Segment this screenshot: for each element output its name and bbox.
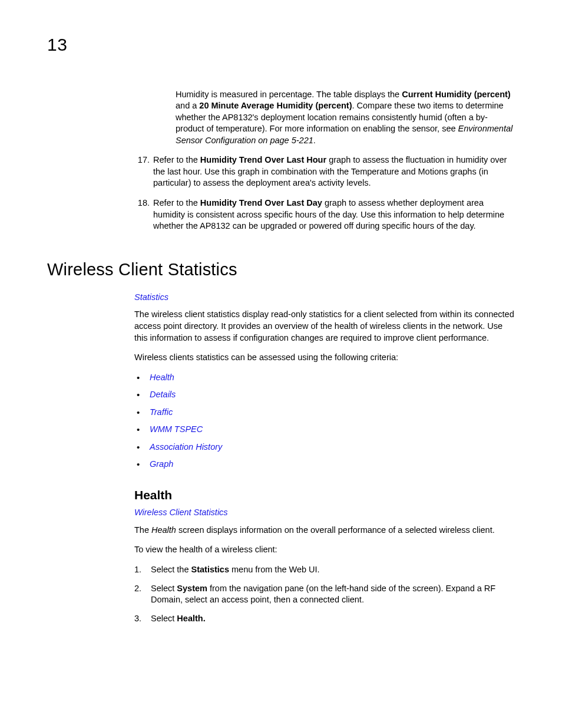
text: Select (151, 614, 177, 623)
humidity-day-graph-label: Humidity Trend Over Last Day (200, 198, 322, 207)
health-option-label: Health. (177, 614, 205, 623)
text: menu from the Web UI. (229, 565, 320, 574)
wcs-intro: The wireless client statistics display r… (134, 309, 515, 344)
text: . (313, 136, 316, 145)
text: Humidity is measured in percentage. The … (176, 90, 402, 99)
step-text: Select Health. (151, 613, 206, 625)
list-item: Details (134, 389, 515, 401)
health-steps: 1. Select the Statistics menu from the W… (134, 564, 515, 624)
list-item: Graph (134, 459, 515, 470)
step-17: 17. Refer to the Humidity Trend Over Las… (134, 154, 515, 189)
wireless-client-statistics-link[interactable]: Wireless Client Statistics (134, 508, 228, 517)
statistics-link[interactable]: Statistics (134, 292, 168, 302)
step-number: 2. (134, 583, 145, 606)
section-heading-wireless-client-statistics: Wireless Client Statistics (47, 258, 515, 281)
step-number: 3. (134, 613, 145, 625)
breadcrumb-link-row: Wireless Client Statistics (134, 507, 515, 519)
avg-humidity-label: 20 Minute Average Humidity (percent) (199, 101, 352, 110)
system-nav-label: System (177, 584, 207, 593)
criteria-list: Health Details Traffic WMM TSPEC Associa… (134, 372, 515, 470)
health-description: The Health screen displays information o… (134, 525, 515, 536)
association-history-link[interactable]: Association History (150, 442, 222, 452)
list-item: 2. Select System from the navigation pan… (134, 583, 515, 606)
step-number: 17. (134, 154, 150, 189)
text: Select the (151, 565, 191, 574)
traffic-link[interactable]: Traffic (150, 407, 173, 417)
step-text: Select System from the navigation pane (… (151, 583, 515, 606)
current-humidity-label: Current Humidity (percent) (402, 90, 511, 99)
breadcrumb-link-row: Statistics (134, 292, 515, 304)
body-column: Humidity is measured in percentage. The … (134, 89, 515, 625)
text: Refer to the (153, 155, 200, 164)
list-item: 1. Select the Statistics menu from the W… (134, 564, 515, 576)
step-text: Select the Statistics menu from the Web … (151, 564, 320, 576)
step-number: 1. (134, 564, 145, 576)
subsection-heading-health: Health (134, 487, 515, 503)
page: 13 Humidity is measured in percentage. T… (0, 0, 562, 728)
text: screen displays information on the overa… (176, 525, 495, 535)
list-item: Association History (134, 442, 515, 453)
text: Refer to the (153, 198, 200, 207)
statistics-menu-label: Statistics (191, 565, 229, 574)
list-item: 3. Select Health. (134, 613, 515, 625)
list-item: Health (134, 372, 515, 384)
wmm-tspec-link[interactable]: WMM TSPEC (150, 424, 203, 434)
list-item: WMM TSPEC (134, 424, 515, 436)
step-18: 18. Refer to the Humidity Trend Over Las… (134, 197, 515, 232)
text: The (134, 525, 151, 535)
step-text: Refer to the Humidity Trend Over Last Ho… (153, 154, 515, 189)
step-text: Refer to the Humidity Trend Over Last Da… (153, 197, 515, 232)
health-steps-intro: To view the health of a wireless client: (134, 544, 515, 556)
graph-link[interactable]: Graph (150, 459, 173, 469)
humidity-table-description: Humidity is measured in percentage. The … (176, 89, 515, 147)
chapter-number: 13 (47, 33, 515, 57)
health-link[interactable]: Health (150, 373, 174, 382)
text: Select (151, 584, 177, 593)
health-term: Health (151, 525, 176, 535)
humidity-hour-graph-label: Humidity Trend Over Last Hour (200, 155, 326, 164)
wcs-criteria-line: Wireless clients statistics can be asses… (134, 352, 515, 364)
text: and a (176, 101, 199, 110)
details-link[interactable]: Details (150, 390, 176, 399)
list-item: Traffic (134, 407, 515, 419)
step-number: 18. (134, 197, 150, 232)
